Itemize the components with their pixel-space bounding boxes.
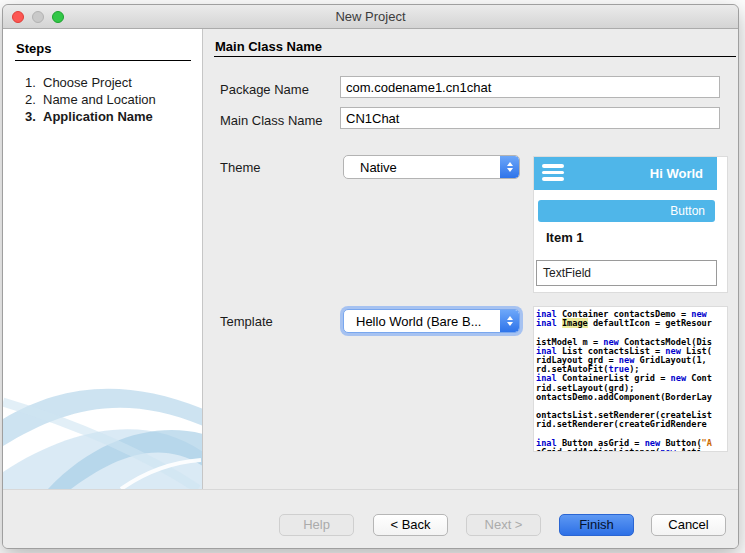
cancel-button[interactable]: Cancel — [651, 514, 726, 536]
chevron-up-down-icon — [500, 310, 519, 332]
footer-bar: Help < Back Next > Finish Cancel — [3, 489, 738, 548]
code-line: sGrid.addActionListener(new Acti — [536, 448, 727, 452]
close-icon[interactable] — [12, 11, 24, 23]
page-title: Main Class Name — [215, 39, 322, 54]
code-line: ontactsDemo.addComponent(BorderLay — [536, 393, 727, 402]
minimize-icon[interactable] — [32, 11, 44, 23]
main-class-name-input[interactable] — [340, 107, 720, 129]
theme-preview-panel: Hi World Button Item 1 TextField — [533, 156, 728, 293]
package-name-label: Package Name — [220, 82, 309, 97]
new-project-dialog: New Project Steps 1.Choose Project2.Name… — [2, 4, 739, 549]
steps-heading: Steps — [16, 41, 202, 56]
chevron-up-down-icon — [500, 156, 519, 178]
step-item: 3.Application Name — [25, 109, 202, 125]
code-line: inal Image defaultIcon = getResour — [536, 319, 727, 328]
step-item: 2.Name and Location — [25, 92, 202, 108]
template-select[interactable]: Hello World (Bare B... — [343, 309, 520, 333]
watermark-swoosh-graphic — [3, 374, 203, 489]
theme-select-value: Native — [344, 160, 500, 175]
preview-title: Hi World — [650, 157, 703, 190]
theme-label: Theme — [220, 160, 260, 175]
hamburger-menu-icon — [542, 164, 564, 184]
titlebar[interactable]: New Project — [3, 5, 738, 29]
steps-divider — [15, 60, 191, 61]
step-item: 1.Choose Project — [25, 75, 202, 91]
preview-textfield: TextField — [536, 260, 717, 286]
help-button[interactable]: Help — [279, 514, 354, 536]
traffic-lights — [12, 11, 64, 23]
steps-list: 1.Choose Project2.Name and Location3.App… — [3, 75, 202, 125]
finish-button[interactable]: Finish — [559, 514, 634, 536]
back-button[interactable]: < Back — [373, 514, 448, 536]
code-line: rid.setRenderer(createGridRendere — [536, 420, 727, 429]
next-button[interactable]: Next > — [466, 514, 541, 536]
main-panel: Main Class Name Package Name Main Class … — [203, 29, 738, 489]
zoom-icon[interactable] — [52, 11, 64, 23]
dialog-content: Steps 1.Choose Project2.Name and Locatio… — [3, 29, 738, 489]
page-title-divider — [214, 56, 736, 57]
steps-sidebar: Steps 1.Choose Project2.Name and Locatio… — [3, 29, 203, 489]
package-name-input[interactable] — [340, 76, 720, 98]
window-title: New Project — [3, 5, 738, 28]
theme-select[interactable]: Native — [343, 155, 520, 179]
preview-button: Button — [538, 200, 715, 222]
template-code-preview: inal Container contactsDemo = newinal Im… — [533, 306, 728, 452]
preview-titlebar: Hi World — [534, 157, 717, 190]
template-label: Template — [220, 314, 273, 329]
template-select-value: Hello World (Bare B... — [344, 314, 500, 329]
preview-list-item: Item 1 — [546, 230, 584, 245]
main-class-name-label: Main Class Name — [220, 113, 323, 128]
